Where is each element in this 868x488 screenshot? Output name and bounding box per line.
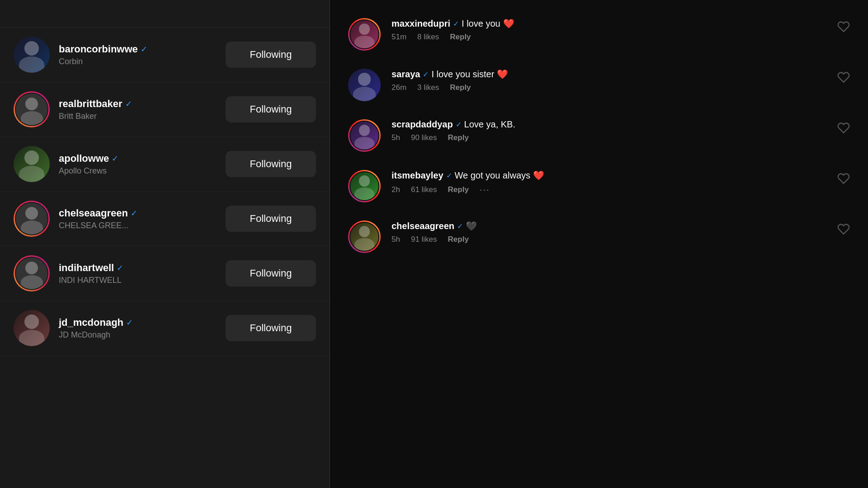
following-button[interactable]: Following [226,315,316,341]
more-options[interactable]: ··· [480,184,490,195]
display-name: JD McDonagh [59,330,217,340]
verified-icon: ✓ [126,318,133,328]
comment-time: 51m [392,33,406,42]
display-name: Corbin [59,57,217,66]
display-name: CHELSEA GREE... [59,221,217,230]
following-button[interactable]: Following [226,151,316,177]
like-item: baroncorbinwwe ✓ Corbin Following [0,28,330,82]
comment-avatar[interactable] [348,119,381,152]
display-name: INDI HARTWELL [59,276,217,285]
username-row: baroncorbinwwe ✓ [59,43,217,55]
username-row: chelseaagreen ✓ [59,207,217,219]
avatar [14,37,50,73]
reply-button[interactable]: Reply [448,235,469,244]
comment-text-row: scrapdaddyap ✓ Love ya, KB. [392,119,850,130]
username: realbrittbaker [59,98,123,110]
reply-button[interactable]: Reply [448,185,469,194]
user-info: chelseaagreen ✓ CHELSEA GREE... [59,207,217,230]
comment-text-row: itsmebayley ✓ We got you always ❤️ [392,170,850,181]
avatar [14,201,50,237]
following-button[interactable]: Following [226,206,316,232]
comment-likes-count: 90 likes [411,133,437,142]
reply-button[interactable]: Reply [450,83,471,92]
heart-button[interactable] [837,172,850,186]
comment-avatar[interactable] [348,221,381,253]
heart-button[interactable] [837,122,850,136]
avatar [14,146,50,182]
following-button[interactable]: Following [226,260,316,286]
like-item: chelseaagreen ✓ CHELSEA GREE... Followin… [0,192,330,246]
comment-username[interactable]: itsmebayley [392,170,443,181]
like-item: realbrittbaker ✓ Britt Baker Following [0,82,330,137]
comment-body: maxxinedupri ✓ I love you ❤️ 51m 8 likes… [392,18,850,42]
verified-icon: ✓ [423,70,429,79]
like-item: indihartwell ✓ INDI HARTWELL Following [0,246,330,301]
reply-button[interactable]: Reply [448,133,469,142]
comment-time: 26m [392,83,406,92]
like-item: apollowwe ✓ Apollo Crews Following [0,137,330,192]
comment-username[interactable]: saraya [392,69,420,80]
comment-body: scrapdaddyap ✓ Love ya, KB. 5h 90 likes … [392,119,850,142]
likes-header [0,0,330,28]
comment-avatar[interactable] [348,170,381,202]
verified-icon: ✓ [125,99,132,109]
comment-username[interactable]: chelseaagreen [392,221,454,231]
comment-text-row: maxxinedupri ✓ I love you ❤️ [392,18,850,29]
comment-time: 5h [392,235,400,244]
comment-meta: 51m 8 likes Reply [392,33,850,42]
display-name: Britt Baker [59,112,217,121]
comment-body: chelseaagreen ✓ 🖤 5h 91 likes Reply [392,221,850,244]
username: chelseaagreen [59,207,128,219]
comment-meta: 26m 3 likes Reply [392,83,850,92]
verified-icon: ✓ [112,154,118,164]
username-row: indihartwell ✓ [59,262,217,274]
comment-body: saraya ✓ I love you sister ❤️ 26m 3 like… [392,69,850,92]
comment-username[interactable]: scrapdaddyap [392,119,453,130]
username-row: jd_mcdonagh ✓ [59,317,217,328]
comment-body: itsmebayley ✓ We got you always ❤️ 2h 61… [392,170,850,195]
username: indihartwell [59,262,114,274]
comment-text-row: chelseaagreen ✓ 🖤 [392,221,850,231]
verified-icon: ✓ [131,208,137,218]
verified-icon: ✓ [457,222,463,230]
heart-button[interactable] [837,223,850,237]
likes-list: baroncorbinwwe ✓ Corbin Following realbr… [0,28,330,488]
verified-icon: ✓ [446,171,452,180]
avatar [14,91,50,127]
comments-panel: maxxinedupri ✓ I love you ❤️ 51m 8 likes… [330,0,868,488]
comment-item: chelseaagreen ✓ 🖤 5h 91 likes Reply [330,211,868,262]
display-name: Apollo Crews [59,166,217,176]
comment-text: We got you always [455,170,531,181]
comment-avatar[interactable] [348,18,381,51]
username-row: realbrittbaker ✓ [59,98,217,110]
comment-text-row: saraya ✓ I love you sister ❤️ [392,69,850,80]
comment-text: I love you sister [431,69,494,80]
comment-item: saraya ✓ I love you sister ❤️ 26m 3 like… [330,60,868,110]
comment-avatar[interactable] [348,69,381,101]
comment-emoji: ❤️ [497,69,508,80]
comment-emoji: ❤️ [533,170,544,181]
comment-likes-count: 3 likes [417,83,439,92]
comment-likes-count: 61 likes [411,185,437,194]
heart-button[interactable] [837,71,850,85]
following-button[interactable]: Following [226,42,316,68]
heart-button[interactable] [837,20,850,34]
comment-text: Love ya, KB. [464,119,515,130]
like-item: jd_mcdonagh ✓ JD McDonagh Following [0,301,330,356]
comment-text: 🖤 [466,221,477,231]
verified-icon: ✓ [141,44,147,54]
comment-meta: 2h 61 likes Reply ··· [392,184,850,195]
comment-username[interactable]: maxxinedupri [392,19,450,29]
verified-icon: ✓ [453,19,459,28]
username: apollowwe [59,153,109,164]
reply-button[interactable]: Reply [450,33,471,42]
comment-meta: 5h 90 likes Reply [392,133,850,142]
following-button[interactable]: Following [226,96,316,122]
verified-icon: ✓ [456,120,462,129]
username: baroncorbinwwe [59,43,138,55]
user-info: baroncorbinwwe ✓ Corbin [59,43,217,66]
comment-likes-count: 91 likes [411,235,437,244]
username-row: apollowwe ✓ [59,153,217,164]
comment-emoji: ❤️ [503,18,514,29]
avatar [14,255,50,291]
